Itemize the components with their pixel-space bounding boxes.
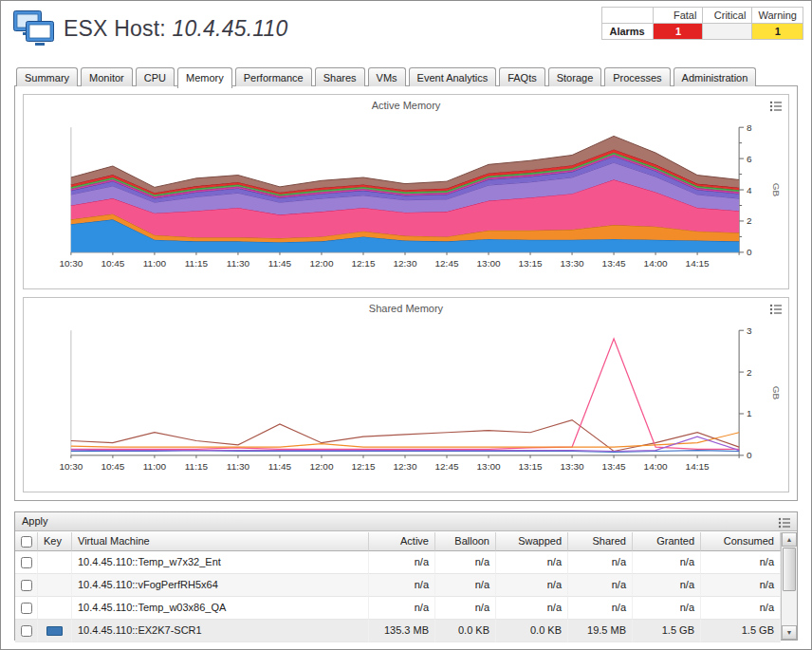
vm-table: Key Virtual Machine Active Balloon Swapp… (15, 532, 797, 640)
column-header-balloon[interactable]: Balloon (435, 532, 496, 551)
row-checkbox-cell (15, 597, 38, 620)
column-header-consumed[interactable]: Consumed (701, 532, 781, 551)
granted-cell: n/a (633, 574, 701, 597)
tab-processes[interactable]: Processes (604, 67, 670, 86)
svg-text:14:00: 14:00 (644, 258, 668, 269)
series-key-swatch (46, 626, 63, 636)
svg-text:10:30: 10:30 (59, 258, 83, 269)
row-checkbox[interactable] (21, 580, 32, 591)
active-memory-chart-title: Active Memory (24, 95, 788, 116)
svg-text:11:00: 11:00 (143, 461, 167, 472)
balloon-cell: n/a (435, 597, 496, 620)
active-cell: 135.3 MB (369, 620, 435, 642)
svg-text:4: 4 (747, 185, 752, 195)
vm-name-cell[interactable]: 10.4.45.110::vFogPerfRH5x64 (72, 574, 369, 597)
row-checkbox[interactable] (21, 557, 32, 568)
row-key-cell (38, 597, 72, 620)
tab-vms[interactable]: VMs (368, 67, 406, 86)
column-header-shared[interactable]: Shared (568, 532, 633, 551)
vm-name-cell[interactable]: 10.4.45.110::Temp_w03x86_QA (72, 597, 369, 620)
consumed-cell: n/a (701, 597, 781, 620)
svg-text:14:15: 14:15 (686, 461, 710, 472)
consumed-cell: n/a (701, 574, 781, 597)
page-title: ESX Host: 10.4.45.110 (64, 16, 288, 42)
esx-host-icon (12, 9, 56, 52)
svg-text:12:15: 12:15 (352, 258, 376, 269)
alarms-panel: Fatal Critical Warning Alarms 1 1 (601, 7, 803, 40)
alarm-warning-value[interactable]: 1 (752, 24, 803, 40)
vm-table-grid: Key Virtual Machine Active Balloon Swapp… (15, 532, 781, 640)
tab-bar: SummaryMonitorCPUMemoryPerformanceShares… (16, 67, 759, 86)
page-title-prefix: ESX Host: (64, 16, 166, 41)
tab-faqts[interactable]: FAQts (499, 67, 545, 86)
tab-memory[interactable]: Memory (177, 67, 232, 88)
tab-administration[interactable]: Administration (674, 67, 757, 86)
active-cell: n/a (369, 551, 435, 574)
chart-options-icon[interactable] (769, 302, 783, 319)
svg-text:12:15: 12:15 (352, 461, 376, 472)
svg-text:11:15: 11:15 (185, 461, 209, 472)
select-all-checkbox[interactable] (21, 536, 32, 548)
tab-event-analytics[interactable]: Event Analytics (409, 67, 497, 86)
row-checkbox[interactable] (21, 625, 32, 637)
svg-text:12:45: 12:45 (435, 258, 459, 269)
memory-tab-panel: Active Memory 02468GB10:3010:4511:0011:1… (14, 85, 798, 501)
scroll-up-button[interactable]: ▲ (782, 532, 797, 547)
tab-storage[interactable]: Storage (548, 67, 602, 86)
svg-text:14:15: 14:15 (686, 258, 710, 269)
svg-text:13:15: 13:15 (519, 461, 543, 472)
balloon-cell: n/a (435, 574, 496, 597)
tab-summary[interactable]: Summary (16, 67, 78, 86)
svg-text:13:45: 13:45 (602, 258, 626, 269)
alarm-critical-value[interactable] (703, 24, 752, 40)
svg-text:10:45: 10:45 (101, 461, 124, 472)
alarms-header-fatal: Fatal (654, 8, 703, 24)
svg-text:11:45: 11:45 (268, 258, 292, 269)
apply-bar: Apply (15, 512, 797, 531)
chart-options-icon[interactable] (769, 99, 783, 116)
active-memory-chart-box: Active Memory 02468GB10:3010:4511:0011:1… (23, 94, 789, 289)
shared-cell: 19.5 MB (568, 620, 633, 642)
svg-text:0: 0 (747, 247, 752, 257)
row-checkbox-cell (15, 574, 38, 597)
column-header-vm[interactable]: Virtual Machine (72, 532, 369, 551)
vm-name-cell[interactable]: 10.4.45.110::Temp_w7x32_Ent (72, 551, 369, 574)
column-header-key[interactable]: Key (38, 532, 72, 551)
svg-text:13:15: 13:15 (519, 258, 543, 269)
row-checkbox[interactable] (21, 603, 32, 614)
tab-shares[interactable]: Shares (315, 67, 365, 86)
consumed-cell: 1.5 GB (701, 620, 781, 642)
row-key-cell (38, 574, 72, 597)
tab-performance[interactable]: Performance (235, 67, 312, 86)
consumed-cell: n/a (701, 551, 781, 574)
table-scrollbar: ▲ ▼ (781, 532, 797, 640)
swapped-cell: n/a (496, 597, 568, 620)
vm-name-cell[interactable]: 10.4.45.110::EX2K7-SCR1 (72, 620, 369, 642)
column-header-swapped[interactable]: Swapped (496, 532, 568, 551)
alarms-label: Alarms (602, 24, 654, 40)
balloon-cell: n/a (435, 551, 496, 574)
scroll-down-button[interactable]: ▼ (782, 625, 797, 640)
shared-cell: n/a (568, 574, 633, 597)
shared-cell: n/a (568, 551, 633, 574)
svg-text:GB: GB (771, 183, 782, 197)
row-key-cell (38, 551, 72, 574)
svg-text:0: 0 (747, 450, 752, 460)
shared-memory-chart-title: Shared Memory (24, 298, 788, 319)
column-header-granted[interactable]: Granted (633, 532, 701, 551)
tab-monitor[interactable]: Monitor (81, 67, 133, 86)
column-header-active[interactable]: Active (369, 532, 435, 551)
granted-cell: n/a (633, 551, 701, 574)
svg-text:8: 8 (747, 122, 752, 133)
scrollbar-thumb[interactable] (783, 548, 796, 591)
swapped-cell: n/a (496, 551, 568, 574)
svg-text:11:30: 11:30 (227, 258, 250, 269)
alarm-fatal-value[interactable]: 1 (654, 24, 703, 40)
scrollbar-track[interactable] (782, 547, 797, 625)
svg-text:12:00: 12:00 (309, 258, 333, 269)
alarms-corner-cell (602, 8, 654, 24)
svg-text:12:30: 12:30 (394, 461, 417, 472)
svg-text:10:45: 10:45 (101, 258, 124, 269)
apply-button[interactable]: Apply (22, 515, 48, 527)
tab-cpu[interactable]: CPU (136, 67, 175, 86)
